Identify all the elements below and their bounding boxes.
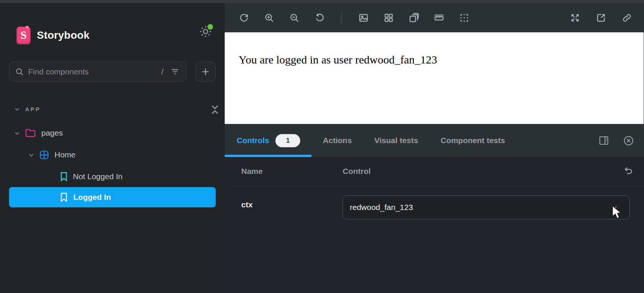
zoom-out-icon [289,13,299,23]
panel-position-button[interactable] [598,135,609,146]
update-available-dot [207,23,214,30]
open-canvas-icon [596,13,606,23]
tab-controls[interactable]: Controls 1 [225,124,311,157]
toolbar-separator [341,11,342,24]
column-header-control: Control [343,167,371,176]
addon-panel-tabbar: Controls 1 Actions Visual tests Componen… [225,124,644,157]
storybook-logo-icon: S [17,27,30,44]
story-rendered-text: You are logged in as user redwood_fan_12… [239,53,437,66]
sidebar-item-not-logged-in[interactable]: Not Logged In [56,169,122,184]
search-row: / [9,62,216,82]
outline-button[interactable] [459,13,469,23]
tree-item-label: Home [54,150,76,159]
controls-count-badge: 1 [275,134,300,147]
tab-label: Actions [323,136,352,145]
create-story-button[interactable] [195,62,216,82]
tab-label: Component tests [441,136,505,145]
tab-actions[interactable]: Actions [311,124,363,157]
search-icon [15,67,24,76]
tab-component-tests[interactable]: Component tests [429,124,517,157]
bookmark-icon [60,192,68,202]
brand-title: Storybook [37,29,89,41]
tree-item-label: Not Logged In [73,172,122,181]
component-icon [39,150,49,160]
tab-visual-tests[interactable]: Visual tests [363,124,429,157]
plus-icon [201,67,210,77]
collapse-all-icon [208,101,222,118]
background-button[interactable] [358,13,369,23]
chevron-down-icon [14,106,20,112]
close-panel-button[interactable] [623,135,634,146]
sidebar-item-pages[interactable]: pages [14,125,63,140]
measure-button[interactable] [434,13,444,23]
search-box[interactable]: / [9,62,186,82]
reset-controls-button[interactable] [622,165,633,177]
fullscreen-icon [570,13,580,23]
story-canvas[interactable]: You are logged in as user redwood_fan_12… [225,32,644,124]
grid-button[interactable] [384,13,394,23]
settings-menu-button[interactable] [198,24,215,40]
remount-button[interactable] [239,13,249,23]
chevron-down-icon[interactable] [14,130,20,136]
bookmark-icon [60,172,68,181]
toolbar-right-group [570,3,632,32]
tabbar-corner-icons [598,124,634,157]
sidebar-item-logged-in-selected[interactable]: Logged In [9,187,216,207]
zoom-in-icon [264,13,274,23]
viewport-icon [409,13,419,23]
section-label: APP [25,106,41,112]
zoom-reset-icon [314,13,325,23]
storybook-app: S Storybook / [0,0,644,293]
addon-tabs: Controls 1 Actions Visual tests Componen… [225,124,516,157]
tree-item-label: pages [41,128,63,137]
search-input[interactable] [28,67,159,76]
window-top-strip [0,0,644,3]
chevron-down-icon[interactable] [28,152,35,158]
fullscreen-button[interactable] [570,13,580,23]
tree-item-label: Logged In [73,193,111,202]
open-canvas-button[interactable] [596,13,606,23]
controls-panel: Name Control ctx [225,157,644,293]
background-icon [358,13,369,23]
toolbar-left-group [239,3,469,32]
canvas-toolbar [225,3,644,32]
controls-grid-header: Name Control [225,157,644,186]
zoom-in-button[interactable] [264,13,274,23]
grid-icon [384,13,394,23]
folder-icon [25,128,36,138]
zoom-out-button[interactable] [289,13,299,23]
search-shortcut-key: / [161,67,163,76]
viewport-button[interactable] [409,13,419,23]
ctx-select-control[interactable] [343,195,630,219]
sidebar-section-app[interactable]: APP [9,103,216,115]
copy-link-icon [622,13,632,23]
zoom-reset-button[interactable] [314,13,325,23]
tab-label: Controls [237,136,269,145]
ctx-select-value[interactable] [343,203,610,212]
brand-row: S Storybook [17,25,212,46]
panel-position-icon [598,135,609,146]
tab-label: Visual tests [374,136,418,145]
preview-area: You are logged in as user redwood_fan_12… [225,3,644,293]
remount-icon [239,13,249,23]
sidebar: S Storybook / [0,3,225,293]
sidebar-item-home[interactable]: Home [28,147,76,162]
outline-icon [459,13,469,23]
chevron-down-icon [610,203,619,212]
undo-icon [622,165,633,177]
copy-link-button[interactable] [622,13,632,23]
measure-icon [434,13,444,23]
collapse-all-button[interactable] [208,101,222,118]
control-row-ctx: ctx [225,186,644,235]
filter-icon[interactable] [170,67,180,77]
arg-name: ctx [241,200,252,209]
column-header-name: Name [241,167,263,176]
logo-letter: S [20,29,27,41]
close-panel-icon [623,135,634,146]
